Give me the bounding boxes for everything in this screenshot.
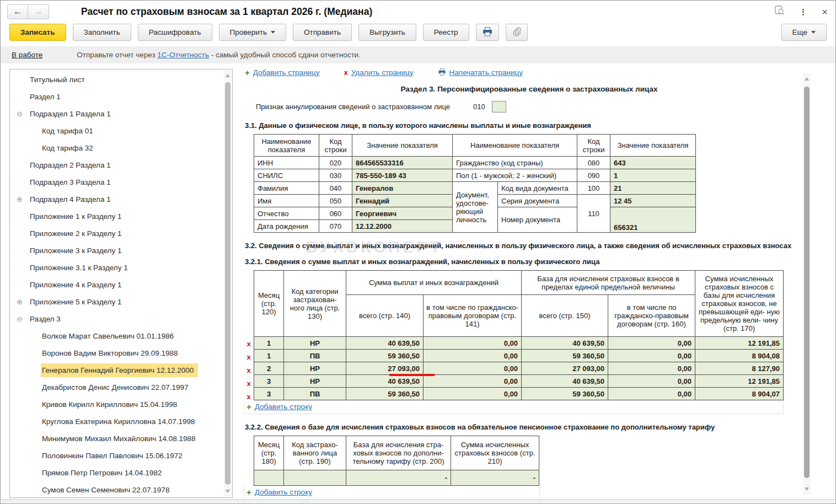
collapse-icon[interactable]: ⊖ [17, 310, 23, 328]
inn-value[interactable]: 864565533316 [352, 157, 453, 169]
amount-cell[interactable]: 8 127,90 [695, 362, 784, 375]
menu-dots-icon[interactable]: ⋮ [799, 8, 807, 16]
amount-cell[interactable]: 0,00 [424, 375, 522, 388]
doc-series-value[interactable]: 12 45 [610, 195, 696, 207]
scroll-down-icon[interactable] [805, 487, 809, 491]
amount-cell[interactable]: 0,00 [424, 388, 522, 400]
check-button[interactable]: Проверить [219, 24, 287, 41]
amount-cell[interactable]: 0,00 [424, 337, 522, 350]
collapse-icon[interactable]: ⊖ [17, 105, 23, 122]
tree-item[interactable]: Прямов Петр Петрович 14.04.1982 [10, 464, 232, 481]
amount-cell[interactable]: 0,00 [608, 337, 695, 350]
more-button[interactable]: Еще [781, 24, 827, 41]
month-cell[interactable]: 1 [254, 350, 284, 362]
tree-item[interactable]: Круглова Екатерина Кирилловна 14.07.1998 [10, 413, 232, 430]
birthdate-value[interactable]: 12.12.2000 [352, 220, 453, 233]
amount-cell-highlighted[interactable]: 27 093,00 [346, 362, 424, 375]
scroll-up-icon[interactable] [226, 74, 230, 77]
tree-item[interactable]: Минимумов Михаил Михайлович 14.08.1988 [10, 430, 232, 447]
amount-cell[interactable]: 0,00 [608, 388, 695, 400]
amount-cell[interactable]: 40 639,50 [522, 337, 608, 350]
search-icon[interactable] [775, 6, 785, 18]
scroll-up-icon[interactable] [805, 77, 809, 81]
tree-item[interactable]: Подраздел 2 Раздела 1 [10, 157, 232, 174]
amount-cell[interactable]: 0,00 [608, 375, 695, 388]
print-button[interactable] [476, 24, 499, 41]
tree-item[interactable]: Раздел 1 [10, 88, 232, 105]
forward-button[interactable]: → [28, 4, 49, 19]
main-scrollbar[interactable] [803, 73, 811, 495]
delete-page-link[interactable]: x Удалить страницу [344, 68, 414, 77]
tree-item[interactable]: Подраздел 3 Раздела 1 [10, 174, 232, 191]
month-cell[interactable]: 1 [254, 337, 284, 350]
add-row-link[interactable]: + Добавить строку [244, 400, 784, 414]
save-button[interactable]: Записать [9, 24, 66, 41]
gender-value[interactable]: 1 [610, 169, 696, 182]
add-page-link[interactable]: + Добавить страницу [245, 68, 320, 77]
delete-row-icon[interactable]: x [245, 390, 253, 404]
tree-item[interactable]: Волков Марат Савельевич 01.01.1986 [10, 328, 232, 345]
bottom-scroll-track[interactable] [1, 499, 835, 503]
category-cell[interactable]: ПВ [284, 350, 346, 362]
tree-item[interactable]: ⊖Подраздел 1 Раздела 1 [10, 105, 232, 122]
citizenship-value[interactable]: 643 [610, 157, 696, 169]
unload-button[interactable]: Выгрузить [358, 24, 416, 41]
scrollbar-thumb[interactable] [225, 82, 231, 485]
amount-cell[interactable]: 59 360,50 [522, 388, 608, 400]
amount-cell[interactable]: 8 904,08 [695, 350, 784, 362]
delete-row-icon[interactable]: x [245, 364, 253, 377]
tree-item[interactable]: Код тарифа 32 [10, 140, 232, 157]
status-state-link[interactable]: В работе [12, 51, 42, 59]
base-cell[interactable]: - [346, 470, 451, 486]
tree-item[interactable]: ⊕Приложение 5 к Разделу 1 [10, 293, 232, 310]
amount-cell[interactable]: 59 360,50 [522, 350, 608, 362]
tree-item[interactable]: ⊖Раздел 3 [10, 310, 232, 328]
tree-item[interactable]: Воронов Вадим Викторович 29.09.1988 [10, 345, 232, 362]
expand-icon[interactable]: ⊕ [17, 293, 23, 310]
category-cell[interactable]: НР [284, 337, 346, 350]
scroll-down-icon[interactable] [226, 490, 230, 493]
amount-cell[interactable]: 59 360,50 [346, 350, 424, 362]
tree-item[interactable]: Кривов Кирилл Кириллович 15.04.1998 [10, 396, 232, 413]
send-button[interactable]: Отправить [293, 24, 352, 41]
delete-row-icon[interactable]: x [245, 351, 253, 364]
tree-item[interactable]: Половинкин Павел Павлович 15.06.1972 [10, 447, 232, 464]
registry-button[interactable]: Реестр [423, 24, 469, 41]
attach-button[interactable] [506, 24, 528, 41]
month-cell[interactable]: 3 [254, 388, 284, 400]
doc-number-value[interactable]: 656321 [610, 207, 696, 233]
lastname-value[interactable]: Генералов [352, 182, 453, 195]
category-cell[interactable]: НР [284, 375, 346, 388]
amount-cell[interactable]: 40 639,50 [346, 337, 424, 350]
tree-item[interactable]: Код тарифа 01 [10, 122, 232, 140]
tree-item[interactable]: Приложение 4 к Разделу 1 [10, 276, 232, 293]
close-icon[interactable]: × [822, 7, 828, 17]
sum-cell[interactable]: - [451, 470, 539, 486]
back-button[interactable]: ← [7, 4, 28, 19]
tree-item[interactable]: Приложение 3.1 к Разделу 1 [10, 259, 232, 276]
firstname-value[interactable]: Геннадий [352, 195, 453, 207]
snils-value[interactable]: 785-550-189 43 [352, 169, 453, 182]
tree-item[interactable]: Сумов Семен Семенович 22.07.1978 [10, 481, 232, 498]
tree-item[interactable]: Приложение 3 к Разделу 1 [10, 242, 232, 259]
tree-item[interactable]: Титульный лист [10, 71, 232, 88]
amount-cell[interactable]: 0,00 [424, 350, 522, 362]
patronymic-value[interactable]: Георгиевич [352, 207, 453, 220]
tree-item[interactable]: Приложение 1 к Разделу 1 [10, 208, 232, 225]
print-page-link[interactable]: Напечатать страницу [438, 68, 523, 77]
delete-row-icon[interactable]: x [245, 337, 253, 351]
category-cell[interactable]: ПВ [284, 388, 346, 400]
expand-icon[interactable]: ⊕ [17, 191, 23, 208]
month-cell[interactable]: 2 [254, 362, 284, 375]
amount-cell[interactable]: 40 639,50 [522, 375, 608, 388]
code-cell[interactable] [284, 470, 346, 486]
amount-cell[interactable]: 40 639,50 [346, 375, 424, 388]
amount-cell[interactable]: 27 093,00 [522, 362, 608, 375]
delete-row-icon[interactable]: x [245, 377, 253, 390]
amount-cell[interactable]: 59 360,50 [346, 388, 424, 400]
amount-cell[interactable]: 0,00 [424, 362, 522, 375]
add-row-link[interactable]: + Добавить строку [244, 486, 540, 500]
scrollbar-thumb[interactable] [804, 87, 810, 478]
tree-item[interactable]: Приложение 2 к Разделу 1 [10, 225, 232, 242]
category-cell[interactable]: НР [284, 362, 346, 375]
